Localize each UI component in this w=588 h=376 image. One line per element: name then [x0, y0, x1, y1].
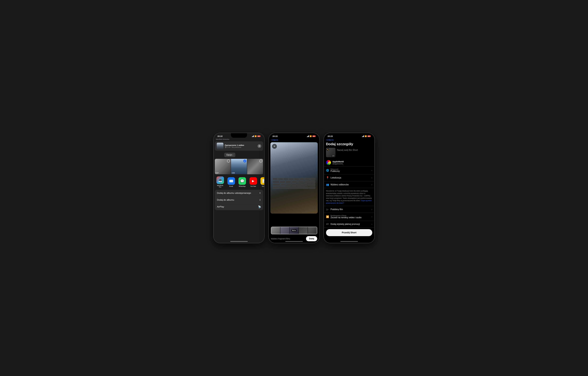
promo-label: Dodaj etykietę płatnej promocji	[331, 223, 370, 225]
visibility-content: Widoczność Publiczny	[331, 168, 370, 172]
notatki-label: Notatki	[262, 186, 264, 187]
submit-button[interactable]: Prześlij Short	[326, 229, 372, 236]
title-input[interactable]: Nazwij swój film Short	[337, 148, 372, 152]
back-nav-3[interactable]: ‹ Zdjęcia	[324, 138, 374, 142]
account-row[interactable]: 🌈 AppleWorld @appleworld_	[324, 159, 374, 166]
location-content: Lokalizacja	[331, 177, 370, 179]
timeline-bar: 9.4 s	[271, 227, 317, 234]
promo-row[interactable]: 🏷 Dodaj etykietę płatnej promocji ›	[324, 221, 374, 228]
share-option-icon-1: ⬇	[259, 199, 261, 201]
home-indicator-3	[340, 241, 358, 242]
app-youtube[interactable]: ▶ YouTube	[249, 177, 258, 187]
details-title: Dodaj szczegóły	[324, 142, 374, 148]
battery-2: 19+	[312, 135, 315, 137]
share-option-label-2: AirPlay	[217, 206, 224, 208]
share-option-0[interactable]: Dodaj do albumu udostępnianego ⬆	[215, 190, 263, 197]
audience-chevron: ›	[371, 183, 372, 186]
account-name: AppleWorld	[333, 160, 344, 163]
battery-1: 18+	[257, 135, 260, 137]
email-label: Email	[229, 186, 233, 187]
phone-1: 20:22 📶 18+ Westfield Mokotów Zaznaczono	[213, 133, 264, 243]
similar-video-label: Podobny film	[331, 208, 370, 210]
visibility-row[interactable]: 🌐 Widoczność Publiczny ›	[324, 166, 374, 174]
wifi-icon-3: 📶	[365, 135, 367, 137]
photo-item-2[interactable]	[247, 159, 263, 174]
home-indicator-1	[230, 241, 248, 242]
remix-chevron: ›	[371, 216, 372, 218]
wifi-icon-1: 📶	[255, 135, 257, 137]
account-handle: @appleworld_	[333, 163, 344, 165]
similar-video-content: Podobny film	[331, 208, 370, 210]
signal-icon-1	[252, 135, 254, 137]
visibility-sublabel: Widoczność	[331, 168, 370, 170]
location-label: Lokalizacja	[331, 177, 370, 179]
time-3: 20:23	[328, 135, 333, 137]
share-option-label-1: Dodaj do albumu	[217, 199, 234, 201]
photo-item-1[interactable]: 0:09	[231, 159, 247, 174]
wifi-icon-2: 📶	[310, 135, 312, 137]
audience-label: Wybierz odbiorców	[331, 183, 370, 186]
coppa-section: Niezależnie od Twojej lokalizacji treści…	[324, 188, 374, 206]
location-icon: 📍	[326, 176, 329, 179]
video-duration-badge: 0:09	[331, 155, 335, 157]
nav-bar-1: Westfield Mokotów	[214, 138, 264, 141]
share-title: Zaznaczono 1 wideo	[225, 144, 256, 146]
next-button[interactable]: Dalej	[306, 236, 317, 241]
video-thumbnail-small[interactable]: ✏️ 0:09	[326, 148, 336, 157]
macbook-label: MacBookPro	[217, 185, 223, 188]
home-indicator-2	[285, 241, 303, 242]
share-option-1[interactable]: Dodaj do albumu ⬇	[215, 197, 263, 203]
share-info: Zaznaczono 1 wideo 🎬 0:09 · Ma położenie	[225, 144, 256, 148]
audience-icon: 👥	[326, 183, 329, 186]
status-bar-2: 20:22 📶 19+	[269, 133, 319, 138]
photo-duration-0: 0:17	[216, 172, 219, 174]
location-row[interactable]: 📍 Lokalizacja ›	[324, 174, 374, 181]
remix-row[interactable]: 🔀 Remiksowanie w Shorts Zezwól na remiks…	[324, 213, 374, 221]
share-options-list: Dodaj do albumu udostępnianego ⬆ Dodaj d…	[215, 190, 263, 210]
share-option-icon-2: 📡	[258, 205, 261, 208]
promo-content: Dodaj etykietę płatnej promocji	[331, 223, 370, 225]
audience-row[interactable]: 👥 Wybierz odbiorców ›	[324, 181, 374, 188]
promo-chevron: ›	[371, 223, 372, 225]
share-meta: 🎬 0:09 · Ma położenie	[225, 146, 256, 148]
share-option-icon-0: ⬆	[259, 192, 261, 195]
phone-2: 20:22 📶 19+ ‹ Zdjęcia ✕	[269, 133, 320, 243]
play-icon: ▷	[326, 208, 329, 211]
similar-chevron: ›	[371, 208, 372, 210]
photo-item-0[interactable]: 0:17	[215, 159, 231, 174]
time-1: 20:22	[218, 135, 223, 137]
close-button[interactable]: ✕	[258, 144, 261, 148]
whatsapp-label: WhatsApp	[239, 186, 246, 187]
edit-icon: ✏️	[326, 148, 329, 151]
phone-3: 20:23 📶 20+ ‹ Zdjęcia Dodaj szczegóły ✏️	[324, 133, 375, 243]
audience-content: Wybierz odbiorców	[331, 183, 370, 186]
timeline-strip[interactable]: 9.4 s	[271, 227, 317, 234]
timeline-duration: 9.4 s	[291, 229, 297, 232]
similar-video-row[interactable]: ▷ Podobny film ›	[324, 206, 374, 213]
app-email[interactable]: ✉️ Email	[227, 177, 235, 187]
time-2: 20:22	[273, 135, 278, 137]
account-avatar: 🌈	[326, 160, 331, 165]
app-whatsapp[interactable]: 💬 WhatsApp	[238, 177, 247, 187]
nav-back-2[interactable]: ‹ Zdjęcia	[269, 138, 319, 142]
account-info: AppleWorld @appleworld_	[333, 160, 344, 165]
app-macbook-pro[interactable]: 💻 MacBookPro	[216, 177, 224, 188]
location-chevron: ›	[371, 177, 372, 179]
remix-label: Zezwól na remiksy wideo i audio	[331, 216, 370, 219]
app-notatki[interactable]: 📝 Notatki	[260, 177, 264, 187]
youtube-label: YouTube	[250, 186, 256, 187]
remix-icon: 🔀	[326, 215, 329, 218]
close-video-button[interactable]: ✕	[272, 144, 277, 149]
photo-select-1[interactable]	[243, 159, 246, 162]
photo-select-0[interactable]	[227, 159, 230, 162]
options-button[interactable]: Opcje ›	[224, 153, 235, 157]
signal-icon-3	[362, 135, 364, 137]
remix-sublabel: Remiksowanie w Shorts	[331, 215, 370, 216]
share-option-2[interactable]: AirPlay 📡	[215, 203, 263, 210]
visibility-chevron: ›	[371, 169, 372, 172]
signal-icon-2	[307, 135, 309, 137]
photo-duration-1: 0:09	[232, 172, 235, 174]
app-row: 💻 MacBookPro ✉️ Email 💬 WhatsApp ▶ YouTu…	[214, 175, 264, 189]
photo-grid: 0:17 0:09	[215, 159, 263, 174]
share-thumbnail	[217, 143, 223, 149]
